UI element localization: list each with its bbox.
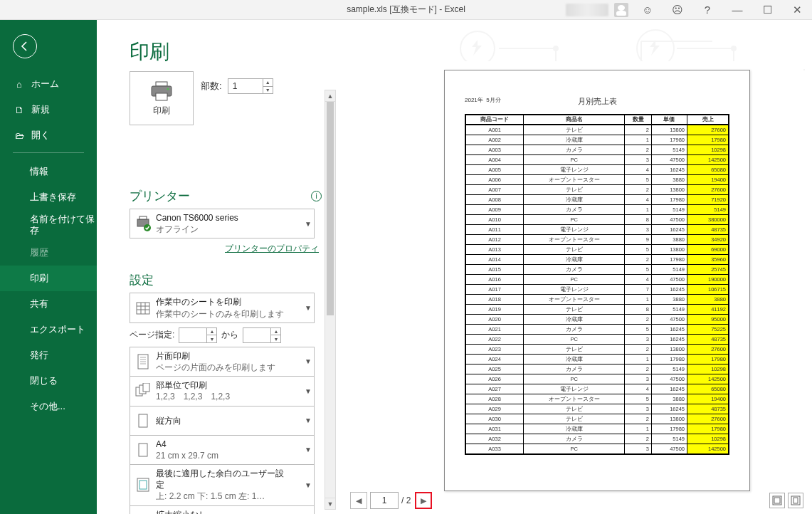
table-row: A009カメラ151495149 xyxy=(465,205,729,215)
orientation-dropdown[interactable]: 縦方向 ▼ xyxy=(130,406,315,436)
table-row: A002冷蔵庫11798017980 xyxy=(465,135,729,145)
table-row: A019テレビ8514941192 xyxy=(465,305,729,315)
copies-input[interactable]: 1▲▼ xyxy=(228,78,273,94)
print-preview: 2021年 5月分 月別売上表 商品コード商品名数量単価売上 A001テレビ21… xyxy=(350,61,803,484)
svg-rect-16 xyxy=(143,383,149,392)
sidebar-item-open[interactable]: 🗁開く xyxy=(0,122,97,148)
main-panel: 印刷 印刷 部数: 1▲▼ プリンターi Canon TS6000 series… xyxy=(97,20,812,514)
collate-icon xyxy=(130,377,156,405)
printer-dropdown[interactable]: Canon TS6000 seriesオフライン ▼ xyxy=(130,209,315,238)
account-avatar-icon[interactable] xyxy=(614,3,628,17)
sidebar-item-share[interactable]: 共有 xyxy=(0,291,97,317)
sidebar-item-print[interactable]: 印刷 xyxy=(0,266,97,291)
margins-icon xyxy=(130,465,156,505)
face-sad-icon[interactable]: ☹ xyxy=(663,0,692,19)
printer-properties-link[interactable]: プリンターのプロパティ xyxy=(130,243,319,255)
sidebar-item-export[interactable]: エクスポート xyxy=(0,317,97,342)
margins-dropdown[interactable]: 最後に適用した余白のユーザー設定上: 2.2 cm 下: 1.5 cm 左: 1… xyxy=(130,464,315,506)
settings-scrollbar[interactable]: ▲ ▼ xyxy=(325,90,336,510)
table-row: A027電子レンジ41624565080 xyxy=(465,384,729,394)
table-row: A026PC347500142500 xyxy=(465,374,729,384)
backstage-sidebar: ⌂ホーム 🗋新規 🗁開く 情報 上書き保存 名前を付けて保存 履歴 印刷 共有 … xyxy=(0,20,97,514)
sidebar-item-history: 履歴 xyxy=(0,240,97,266)
page-from-input[interactable]: ▲▼ xyxy=(179,327,217,343)
print-button[interactable]: 印刷 xyxy=(130,71,194,125)
close-button[interactable]: ✕ xyxy=(782,0,812,19)
current-page-input[interactable]: 1 xyxy=(370,492,399,509)
chevron-down-icon: ▼ xyxy=(302,465,314,505)
minimize-button[interactable]: ― xyxy=(722,0,752,19)
face-happy-icon[interactable]: ☺ xyxy=(633,0,663,19)
preview-table: 商品コード商品名数量単価売上 A001テレビ21380027600A002冷蔵庫… xyxy=(465,114,729,455)
prev-page-button[interactable]: ◀ xyxy=(350,492,367,509)
table-row: A028オーブントースター5388019400 xyxy=(465,394,729,404)
svg-rect-25 xyxy=(774,498,780,503)
sidebar-item-home[interactable]: ⌂ホーム xyxy=(0,71,97,97)
page-total: / 2 xyxy=(401,495,411,505)
scroll-down-icon[interactable]: ▼ xyxy=(325,498,335,509)
svg-point-2 xyxy=(554,46,558,51)
table-header: 商品名 xyxy=(524,115,625,125)
chevron-down-icon: ▼ xyxy=(302,407,314,435)
print-settings-column: 印刷 部数: 1▲▼ プリンターi Canon TS6000 seriesオフラ… xyxy=(130,70,322,514)
preview-page: 2021年 5月分 月別売上表 商品コード商品名数量単価売上 A001テレビ21… xyxy=(444,70,750,491)
table-row: A030テレビ21380027600 xyxy=(465,414,729,424)
paper-size-dropdown[interactable]: A421 cm x 29.7 cm ▼ xyxy=(130,435,315,465)
next-page-button[interactable]: ▶ xyxy=(415,492,432,509)
help-icon[interactable]: ? xyxy=(692,0,722,19)
table-row: A014冷蔵庫21798035960 xyxy=(465,255,729,265)
table-row: A010PC847500380000 xyxy=(465,215,729,225)
zoom-to-page-button[interactable] xyxy=(788,493,803,508)
table-row: A018オーブントースター138803880 xyxy=(465,295,729,305)
scaling-dropdown[interactable]: 100 拡大縮小なしシートを実際のサイズで印刷します ▼ xyxy=(130,505,315,514)
sheet-month: 5月分 xyxy=(486,96,500,104)
settings-section-header: 設定 xyxy=(130,272,322,288)
scroll-thumb[interactable] xyxy=(327,102,334,315)
table-row: A020冷蔵庫24750095000 xyxy=(465,315,729,325)
table-row: A015カメラ5514925745 xyxy=(465,265,729,275)
titlebar: sample.xls [互換モード] - Excel ☺ ☹ ? ― ☐ ✕ xyxy=(0,0,812,20)
chevron-down-icon: ▼ xyxy=(302,347,314,376)
folder-open-icon: 🗁 xyxy=(13,130,26,141)
print-scope-dropdown[interactable]: 作業中のシートを印刷作業中のシートのみを印刷します ▼ xyxy=(130,293,315,322)
svg-point-8 xyxy=(167,88,169,90)
back-button[interactable] xyxy=(13,34,37,58)
page-to-input[interactable]: ▲▼ xyxy=(243,327,281,343)
sidebar-item-publish[interactable]: 発行 xyxy=(0,342,97,368)
show-margins-button[interactable] xyxy=(769,493,785,508)
page-range-row: ページ指定: ▲▼ から ▲▼ xyxy=(130,327,322,343)
table-row: A008冷蔵庫41798071920 xyxy=(465,195,729,205)
collate-dropdown[interactable]: 部単位で印刷1,2,3 1,2,3 1,2,3 ▼ xyxy=(130,376,315,406)
table-row: A004PC347500142500 xyxy=(465,155,729,165)
sidebar-item-new[interactable]: 🗋新規 xyxy=(0,97,97,122)
sidebar-item-save[interactable]: 上書き保存 xyxy=(0,184,97,210)
table-row: A013テレビ51380069000 xyxy=(465,245,729,255)
table-row: A023テレビ21380027600 xyxy=(465,345,729,355)
table-row: A032カメラ2514910298 xyxy=(465,434,729,444)
duplex-dropdown[interactable]: 片面印刷ページの片面のみを印刷します ▼ xyxy=(130,347,315,377)
table-row: A022PC31624548735 xyxy=(465,335,729,345)
sidebar-item-saveas[interactable]: 名前を付けて保存 xyxy=(0,210,97,240)
spinner-buttons[interactable]: ▲▼ xyxy=(263,79,273,93)
table-row: A011電子レンジ31624548735 xyxy=(465,225,729,235)
sheet-title: 月別売上表 xyxy=(578,96,617,107)
table-header: 単価 xyxy=(651,115,687,125)
sidebar-item-close[interactable]: 閉じる xyxy=(0,368,97,394)
table-row: A029テレビ31624548735 xyxy=(465,404,729,414)
print-button-label: 印刷 xyxy=(153,105,170,117)
page-title: 印刷 xyxy=(130,38,169,65)
info-icon[interactable]: i xyxy=(311,191,322,201)
account-name[interactable] xyxy=(566,4,608,16)
page-single-icon xyxy=(130,347,156,376)
chevron-down-icon: ▼ xyxy=(302,436,314,464)
sidebar-item-other[interactable]: その他... xyxy=(0,394,97,419)
table-row: A005電子レンジ41624565080 xyxy=(465,165,729,175)
preview-footer: ◀ 1 / 2 ▶ xyxy=(350,490,803,511)
sidebar-item-info[interactable]: 情報 xyxy=(0,159,97,184)
table-row: A021カメラ51624575225 xyxy=(465,325,729,335)
svg-point-11 xyxy=(144,224,151,231)
scroll-up-icon[interactable]: ▲ xyxy=(325,90,335,102)
table-row: A017電子レンジ716245106715 xyxy=(465,285,729,295)
maximize-button[interactable]: ☐ xyxy=(752,0,782,19)
home-icon: ⌂ xyxy=(13,79,26,90)
